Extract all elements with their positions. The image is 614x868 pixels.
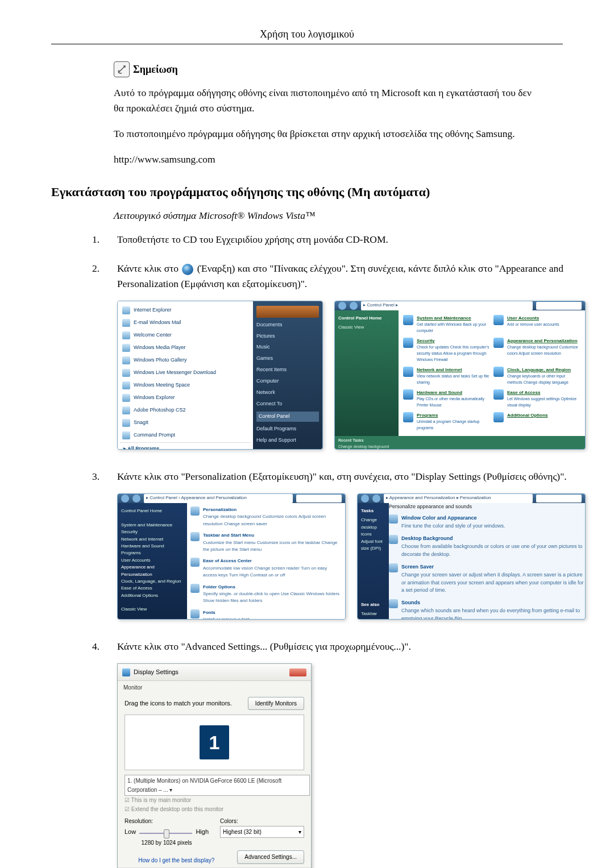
monitor-preview[interactable]: 1 — [125, 715, 304, 770]
screenshot-control-panel: ▸ Control Panel ▸ Control Panel Home Cla… — [334, 301, 586, 450]
resolution-low: Low — [125, 827, 136, 837]
note-title-text: Σημείωση — [133, 64, 178, 76]
monitor-icon: 1 — [200, 725, 229, 759]
section-subtitle: Λειτουργικό σύστημα Microsoft® Windows V… — [114, 210, 563, 222]
colors-select[interactable]: Highest (32 bit)▾ — [220, 826, 304, 838]
screenshot-appearance-personalization: ▸ Control Panel › Appearance and Persona… — [117, 493, 346, 620]
tab-monitor[interactable]: Monitor — [118, 681, 311, 692]
monitor-select[interactable]: 1. (Multiple Monitors) on NVIDIA GeForce… — [125, 775, 310, 796]
display-settings-title: Display Settings — [134, 667, 179, 677]
note-icon — [114, 61, 130, 77]
screenshot-start-menu: Internet Explorer E-mail Windows Mail We… — [117, 301, 323, 450]
step-2-number: 2. — [92, 261, 103, 455]
best-display-help-link[interactable]: How do I get the best display? — [138, 856, 214, 865]
main-monitor-checkbox[interactable]: ☑ This is my main monitor — [125, 796, 304, 805]
note-url: http://www.samsung.com — [114, 152, 540, 167]
drag-monitors-label: Drag the icons to match your monitors. — [125, 699, 232, 708]
close-icon[interactable] — [289, 668, 306, 676]
step-4: 4. Κάντε κλικ στο "Advanced Settings... … — [92, 639, 540, 868]
step-2: 2. Κάντε κλικ στο (Έναρξη) και στο "Πίνα… — [92, 261, 540, 455]
step-3: 3. Κάντε κλικ στο "Personalization (Εξατ… — [92, 469, 540, 625]
step-3-text: Κάντε κλικ στο "Personalization (Εξατομί… — [117, 471, 567, 482]
resolution-label: Resolution: — [125, 817, 209, 826]
identify-monitors-button[interactable]: Identify Monitors — [248, 697, 304, 711]
resolution-high: High — [196, 827, 209, 837]
resolution-slider[interactable] — [139, 828, 192, 838]
note-heading: Σημείωση — [114, 61, 540, 77]
advanced-settings-button[interactable]: Advanced Settings... — [237, 850, 304, 864]
colors-label: Colors: — [220, 817, 304, 826]
section-heading: Εγκατάσταση του προγράμματος οδήγησης τη… — [51, 185, 563, 200]
step-4-number: 4. — [92, 639, 103, 868]
extend-desktop-checkbox[interactable]: ☑ Extend the desktop onto this monitor — [125, 805, 304, 814]
screenshot-display-settings: Display Settings Monitor Drag the icons … — [117, 663, 312, 868]
note-paragraph-1: Αυτό το πρόγραμμα οδήγησης οθόνης είναι … — [114, 85, 540, 116]
step-1-text: Τοποθετήστε το CD του Εγχειριδίου χρήσης… — [117, 234, 388, 245]
resolution-value: 1280 by 1024 pixels — [125, 838, 209, 848]
step-2-text-a: Κάντε κλικ στο — [117, 263, 181, 274]
display-settings-icon — [122, 668, 130, 676]
page-header: Χρήση του λογισμικού — [51, 28, 563, 44]
note-paragraph-2: Το πιστοποιημένο πρόγραμμα οδήγησης θα β… — [114, 126, 540, 142]
step-1-number: 1. — [92, 232, 103, 247]
start-orb-icon — [182, 264, 193, 275]
step-3-number: 3. — [92, 469, 103, 625]
screenshot-personalization: ▸ Appearance and Personalization ▸ Perso… — [357, 493, 586, 620]
step-4-text: Κάντε κλικ στο "Advanced Settings... (Ρυ… — [117, 641, 411, 652]
step-1: 1. Τοποθετήστε το CD του Εγχειριδίου χρή… — [92, 232, 540, 247]
